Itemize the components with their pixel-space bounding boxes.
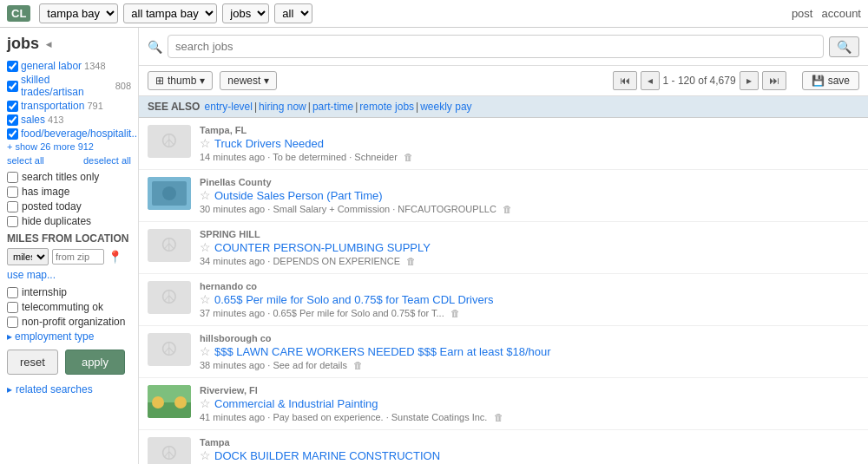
thumb-icon: ⊞	[155, 75, 164, 87]
prev-page-button[interactable]: ◂	[641, 71, 660, 90]
favorite-star-1[interactable]	[200, 136, 211, 150]
job-details-3: SPRING HILL COUNTER PERSON-PLUMBING SUPP…	[200, 229, 859, 266]
filter-posted-today: posted today	[7, 200, 131, 212]
zip-input[interactable]	[52, 249, 104, 265]
cat-food-beverage-checkbox[interactable]	[7, 128, 18, 140]
filter-internship: internship	[7, 286, 131, 298]
collapse-button[interactable]: ◂	[46, 38, 51, 50]
job-meta-2: 30 minutes ago · Small Salary + Commissi…	[200, 204, 859, 214]
cat-general-labor-checkbox[interactable]	[7, 61, 18, 72]
filter-select[interactable]: all	[274, 3, 312, 23]
job-thumb-4: ☮	[148, 281, 191, 314]
search-input[interactable]	[168, 35, 824, 58]
cat-general-labor-link[interactable]: general labor	[21, 60, 82, 72]
delete-job-4[interactable]: 🗑	[450, 308, 460, 318]
filter-has-image-checkbox[interactable]	[7, 186, 18, 198]
job-details-6: Riverview, Fl Commercial & Industrial Pa…	[200, 385, 859, 422]
cat-transportation-link[interactable]: transportation	[21, 100, 84, 112]
job-link-4[interactable]: 0.65$ Per mile for Solo and 0.75$ for Te…	[214, 293, 494, 306]
thumb-chevron-icon: ▾	[200, 75, 205, 87]
related-searches-arrow: ▸	[7, 383, 12, 395]
table-row: ☮ hernando co 0.65$ Per mile for Solo an…	[139, 274, 868, 326]
job-link-5[interactable]: $$$ LAWN CARE WORKERS NEEDED $$$ Earn at…	[214, 345, 551, 358]
category-transportation: transportation 791	[7, 100, 131, 112]
favorite-star-4[interactable]	[200, 292, 211, 306]
location-select[interactable]: tampa bay	[39, 3, 118, 23]
see-also-entry-level[interactable]: entry-level	[205, 101, 253, 113]
cat-food-beverage-link[interactable]: food/beverage/hospitalit...	[21, 127, 139, 140]
employment-type-toggle[interactable]: ▸ employment type	[7, 330, 131, 343]
filter-search-titles-checkbox[interactable]	[7, 172, 18, 183]
deselect-all-btn[interactable]: deselect all	[83, 155, 131, 166]
job-details-4: hernando co 0.65$ Per mile for Solo and …	[200, 281, 859, 318]
filter-nonprofit-checkbox[interactable]	[7, 317, 18, 328]
job-link-3[interactable]: COUNTER PERSON-PLUMBING SUPPLY	[214, 241, 431, 254]
page-title: jobs ◂	[7, 35, 131, 53]
cat-sales-checkbox[interactable]	[7, 114, 18, 126]
cat-sales-link[interactable]: sales	[21, 114, 45, 126]
cat-skilled-trades-checkbox[interactable]	[7, 81, 18, 92]
favorite-star-7[interactable]	[200, 448, 211, 462]
delete-job-5[interactable]: 🗑	[353, 360, 363, 370]
related-searches[interactable]: ▸ related searches	[7, 383, 131, 395]
job-link-6[interactable]: Commercial & Industrial Painting	[214, 397, 378, 410]
see-also-weekly-pay[interactable]: weekly pay	[420, 101, 471, 113]
filter-hide-duplicates-checkbox[interactable]	[7, 216, 18, 227]
category-skilled-trades: skilled trades/artisan 808	[7, 74, 131, 98]
filter-internship-checkbox[interactable]	[7, 287, 18, 298]
delete-job-6[interactable]: 🗑	[494, 412, 503, 422]
table-row: Pinellas County Outside Sales Person (Pa…	[139, 170, 868, 222]
cat-transportation-checkbox[interactable]	[7, 101, 18, 112]
job-link-7[interactable]: DOCK BUILDER MARINE CONSTRUCTION	[214, 449, 440, 462]
filter-telecommuting: telecommuting ok	[7, 301, 131, 313]
view-thumb-button[interactable]: ⊞ thumb ▾	[148, 71, 213, 90]
account-link[interactable]: account	[821, 7, 861, 20]
content-area: 🔍 🔍 ⊞ thumb ▾ newest ▾ ⏮ ◂ 1 - 120 of 4,…	[139, 28, 868, 464]
use-map-link[interactable]: use map...	[7, 269, 131, 281]
job-link-2[interactable]: Outside Sales Person (Part Time)	[214, 189, 383, 202]
sort-chevron-icon: ▾	[264, 75, 269, 87]
miles-select[interactable]: miles	[7, 248, 49, 265]
categories-list: general labor 1348 skilled trades/artisa…	[7, 60, 131, 140]
job-thumb-image-6	[148, 385, 191, 418]
search-button[interactable]: 🔍	[829, 36, 859, 57]
first-page-button[interactable]: ⏮	[613, 71, 637, 90]
filter-telecommuting-checkbox[interactable]	[7, 302, 18, 313]
area-select[interactable]: all tampa bay	[123, 3, 217, 23]
job-list: ☮ Tampa, FL Truck Drivers Needed 14 minu…	[139, 118, 868, 464]
sort-newest-button[interactable]: newest ▾	[220, 71, 277, 90]
btn-row: reset apply	[7, 350, 131, 375]
delete-job-2[interactable]: 🗑	[503, 204, 512, 214]
miles-section-label: MILES FROM LOCATION	[7, 232, 131, 245]
job-link-1[interactable]: Truck Drivers Needed	[214, 137, 324, 150]
job-title-3: COUNTER PERSON-PLUMBING SUPPLY	[200, 240, 859, 254]
category-general-labor: general labor 1348	[7, 60, 131, 72]
show-more-link[interactable]: + show 26 more 912	[7, 141, 131, 152]
apply-button[interactable]: apply	[65, 350, 125, 375]
see-also-label: SEE ALSO	[148, 101, 200, 113]
delete-job-1[interactable]: 🗑	[404, 152, 413, 162]
job-location-7: Tampa	[200, 437, 859, 448]
job-meta-4: 37 minutes ago · 0.65$ Per mile for Solo…	[200, 308, 859, 318]
see-also-part-time[interactable]: part-time	[312, 101, 353, 113]
last-page-button[interactable]: ⏭	[762, 71, 786, 90]
table-row: ☮ Tampa, FL Truck Drivers Needed 14 minu…	[139, 118, 868, 170]
favorite-star-5[interactable]	[200, 344, 211, 358]
cat-skilled-trades-link[interactable]: skilled trades/artisan	[21, 74, 113, 98]
save-search-button[interactable]: 💾 save	[802, 71, 859, 90]
see-also-remote-jobs[interactable]: remote jobs	[359, 101, 414, 113]
favorite-star-2[interactable]	[200, 188, 211, 202]
search-icon: 🔍	[148, 40, 162, 54]
see-also-hiring-now[interactable]: hiring now	[259, 101, 306, 113]
delete-job-3[interactable]: 🗑	[406, 256, 416, 266]
favorite-star-3[interactable]	[200, 240, 211, 254]
next-page-button[interactable]: ▸	[740, 71, 759, 90]
favorite-star-6[interactable]	[200, 396, 211, 410]
select-all-btn[interactable]: select all	[7, 155, 44, 166]
post-link[interactable]: post	[792, 7, 813, 20]
location-pin-icon[interactable]: 📍	[108, 250, 122, 264]
job-thumb-3: ☮	[148, 229, 191, 262]
category-select[interactable]: jobs	[222, 3, 269, 23]
filter-posted-today-checkbox[interactable]	[7, 201, 18, 212]
reset-button[interactable]: reset	[7, 350, 58, 375]
